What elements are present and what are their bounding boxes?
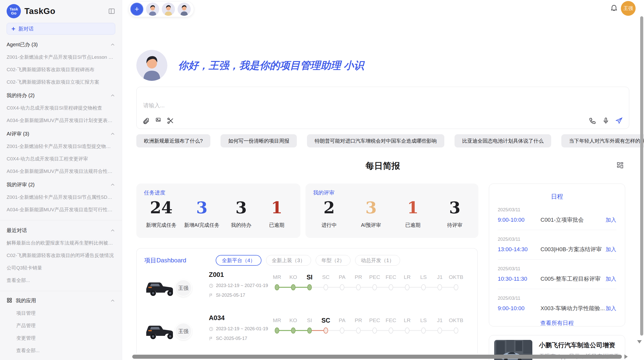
schedule-join-link[interactable]: 加入	[606, 216, 616, 223]
milestone-node	[432, 327, 448, 334]
suggestion-chip[interactable]: 特朗普可能对进口汽车增税会对中国车企造成哪些影响	[307, 134, 444, 147]
view-all-schedule-link[interactable]: 查看所有日程	[498, 319, 616, 327]
vertical-scrollbar[interactable]	[640, 16, 643, 336]
scroll-right-arrow[interactable]	[624, 354, 628, 359]
paperclip-icon[interactable]	[142, 117, 150, 125]
dashboard-filter-tab[interactable]: 全新平台（4）	[216, 255, 261, 266]
scroll-down-arrow[interactable]	[637, 340, 642, 343]
milestone-dot	[421, 327, 426, 334]
project-dates: 2023-12-19 ~ 2026-01-19	[209, 326, 268, 332]
sidebar-section-title: Agent已办 (3)	[7, 41, 38, 48]
suggestion-chip[interactable]: 比亚迪全固态电池计划具体说了什么	[455, 134, 551, 147]
milestone-node	[334, 284, 350, 290]
recent-conversation-item[interactable]: 公司Q3轻卡销量	[7, 265, 115, 271]
chevron-up-icon	[110, 298, 115, 303]
chevron-up-icon	[110, 42, 115, 47]
stat-columns: 2进行中3AI预评审1已逾期3待评审	[313, 198, 471, 229]
recent-conversation-item[interactable]: 解释最新出台的欧盟报废车法规再生塑料比例被调至15%...	[7, 240, 115, 246]
milestone-label: PEC	[367, 273, 383, 281]
session-tab-avatar[interactable]	[146, 3, 159, 16]
phone-icon[interactable]	[589, 117, 596, 125]
sidebar-item[interactable]: C02-飞腾新能源轻客改款项目里程碑画布	[7, 66, 115, 73]
milestone-label: J1	[432, 316, 448, 325]
milestone-dot	[454, 284, 458, 290]
milestone-dot	[340, 284, 344, 290]
dashboard-filter-tab[interactable]: 全新上装（3）	[266, 255, 311, 266]
stat-columns: 24新增完成任务3新增AI完成任务3我的待办1已逾期	[144, 198, 293, 229]
input-tools-left	[142, 117, 174, 125]
milestone-node	[285, 284, 301, 290]
sidebar-section-title: 我的待办 (2)	[7, 92, 35, 99]
image-icon[interactable]	[155, 117, 161, 125]
stat-label: 我的待办	[227, 222, 255, 229]
dashboard-filter-tab[interactable]: 动总开发（1）	[355, 255, 400, 266]
project-row[interactable]: 王强A0342023-12-19 ~ 2026-01-19SC-2025-05-…	[137, 313, 477, 353]
session-tab-avatar[interactable]	[162, 3, 175, 16]
layout-grid-icon[interactable]	[616, 161, 624, 170]
milestone-label: SC	[318, 273, 334, 281]
my-apps-header[interactable]: 我的应用	[7, 297, 115, 304]
schedule-join-link[interactable]: 加入	[606, 246, 616, 253]
milestone-timeline: MRKOSISCPAPRPECFECLRLSJ1OKTB	[269, 273, 464, 293]
milestone-dot	[421, 284, 426, 290]
milestone-label: FEC	[383, 273, 399, 281]
horizontal-scrollbar[interactable]	[132, 355, 622, 359]
new-session-button[interactable]: +	[130, 3, 143, 16]
sidebar-item[interactable]: A034-全新新能源MUV产品开发项目法规符合性评审	[7, 168, 115, 175]
recent-conversation-item[interactable]: C02-飞腾新能源轻客改款项目的闭环通告反馈情况	[7, 252, 115, 259]
notifications-bell-icon[interactable]	[610, 4, 618, 13]
suggestion-chip[interactable]: 如何写一份清晰的项目周报	[221, 134, 297, 147]
sidebar-section-header[interactable]: Agent已办 (3)	[7, 41, 115, 48]
milestone-node	[383, 327, 399, 334]
stat-value: 1	[399, 198, 427, 217]
milestone-label: J1	[432, 273, 448, 281]
sidebar-item[interactable]: C0X4-动力总成开发项目工程变更评审	[7, 156, 115, 162]
schedule-join-link[interactable]: 加入	[606, 305, 616, 312]
milestone-label: OKTB	[448, 273, 464, 281]
milestone-node	[318, 327, 334, 334]
dashboard-filter-tab[interactable]: 年型（2）	[316, 255, 350, 266]
scissors-icon[interactable]	[167, 117, 174, 125]
suggestion-chip[interactable]: 当下年轻人对汽车外观有怎样的喜好趋势	[561, 134, 644, 147]
sidebar-section-header[interactable]: 我的待办 (2)	[7, 92, 115, 99]
schedule-join-link[interactable]: 加入	[606, 275, 616, 282]
stat-card-title: 我的评审	[313, 189, 471, 196]
sidebar-section-header[interactable]: 我的评审 (2)	[7, 181, 115, 188]
schedule-item: 2025/03/119:00-10:00X003-车辆动力学性能验...加入	[498, 296, 616, 312]
project-rows: 王强Z0012023-12-19 ~ 2027-01-19SI-2025-05-…	[137, 270, 477, 353]
stats-cards: 任务进度24新增完成任务3新增AI完成任务3我的待办1已逾期我的评审2进行中3A…	[136, 184, 478, 238]
dashboard-header: 项目Dashboard 全新平台（4）全新上装（3）年型（2）动总开发（1）	[137, 248, 477, 266]
stat-card-title: 任务进度	[144, 189, 293, 196]
app-item[interactable]: 产品管理	[16, 322, 115, 329]
sidebar-section-header[interactable]: AI评审 (3)	[7, 130, 115, 137]
user-avatar[interactable]: 王强	[621, 1, 636, 16]
microphone-icon[interactable]	[602, 117, 610, 125]
new-chat-button[interactable]: + 新对话	[7, 23, 115, 35]
sidebar-item[interactable]: A034-全新新能源MUV产品开发项目计划变更表编写	[7, 117, 115, 124]
milestone-node	[367, 327, 383, 334]
stat-column: 3我的待办	[227, 198, 255, 229]
session-tab-avatar[interactable]	[178, 3, 191, 16]
sidebar-item[interactable]: C0X4-动力总成开发项目SI里程碑提交物检查	[7, 105, 115, 111]
schedule-date: 2025/03/11	[498, 296, 616, 301]
sidebar-item[interactable]: A034-全新新能源MUV产品开发项目造型可行性评审	[7, 206, 115, 213]
sidebar-item[interactable]: Z001-全新燃油皮卡产品开发项目SI节点Lesson Learn报告	[7, 54, 115, 61]
recent-section-header[interactable]: 最近对话	[7, 227, 115, 234]
recent-view-all-link[interactable]: 查看全部...	[7, 277, 115, 284]
sidebar-item[interactable]: C02-飞腾新能源轻客改款项目立项汇报方案	[7, 79, 115, 85]
sidebar-item[interactable]: Z001-全新燃油轻卡产品开发项目SI造型提交物评审	[7, 143, 115, 150]
app-item[interactable]: 变更管理	[16, 335, 115, 341]
divider	[0, 220, 122, 220]
project-dates-text: 2023-12-19 ~ 2026-01-19	[216, 326, 268, 332]
chat-input[interactable]	[143, 102, 550, 114]
milestone-label: PA	[334, 273, 350, 281]
divider	[498, 259, 616, 260]
app-item[interactable]: 项目管理	[16, 310, 115, 317]
milestone-dot	[275, 284, 279, 290]
send-icon[interactable]	[615, 117, 623, 125]
collapse-sidebar-icon[interactable]	[108, 8, 115, 15]
suggestion-chip[interactable]: 欧洲新规最近颁布了什么?	[136, 134, 210, 147]
project-row[interactable]: 王强Z0012023-12-19 ~ 2027-01-19SI-2025-05-…	[137, 270, 477, 313]
apps-view-all-link[interactable]: 查看全部...	[16, 347, 115, 354]
sidebar-item[interactable]: Z001-全新燃油轻卡产品开发项目SI节点属性5D文件评审	[7, 194, 115, 201]
